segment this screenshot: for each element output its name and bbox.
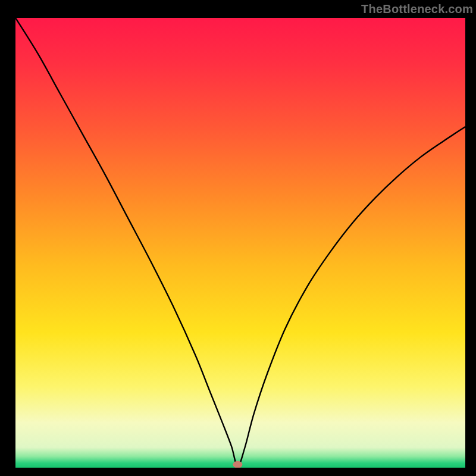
gradient-background: [15, 18, 465, 468]
watermark-text: TheBottleneck.com: [361, 2, 473, 16]
plot-area: [15, 18, 465, 468]
plot-svg: [15, 18, 465, 468]
chart-frame: TheBottleneck.com: [0, 0, 476, 476]
